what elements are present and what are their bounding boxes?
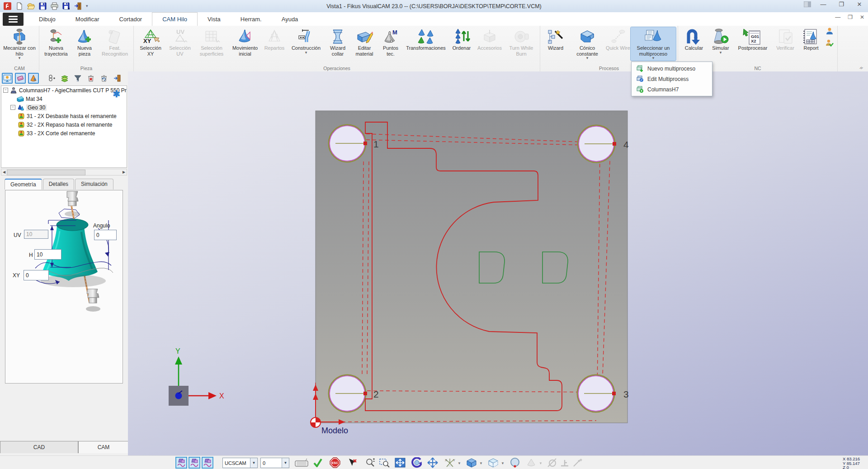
point-snap-button[interactable] [571, 457, 583, 469]
save-all-icon[interactable] [62, 2, 70, 10]
feat-recognition-button[interactable]: Feat. Recognition [98, 27, 132, 57]
tab-simulacion[interactable]: Simulación [75, 179, 113, 189]
tree-row-op3[interactable]: 33 - 2X Corte del remanente [1, 129, 127, 137]
doc-restore-button[interactable]: ❐ [848, 14, 853, 20]
postprocesar-button[interactable]: G01X2 Postprocesar [733, 27, 772, 52]
tree-horizontal-scrollbar[interactable]: ◀ ▶ [1, 169, 127, 175]
collapse-icon[interactable]: − [3, 88, 8, 93]
confirm-button[interactable] [312, 457, 324, 469]
wireframe-view-button[interactable] [487, 457, 499, 469]
combo-dropdown-icon[interactable]: ▼ [282, 458, 289, 468]
tree-row-op1[interactable]: 31 - 2X Desbaste hasta el remanente [1, 112, 127, 120]
tab-cortador[interactable]: Cortador [109, 12, 152, 26]
tree-row-geo[interactable]: − Geo 30 [1, 103, 127, 112]
ucs-dropdown-icon[interactable]: ▼ [458, 461, 461, 465]
construccion-button[interactable]: Construcción▾ [288, 27, 325, 55]
seleccionar-multiproceso-button[interactable]: Seleccionar un multiproceso▾ [631, 27, 676, 61]
close-panel-button[interactable] [112, 73, 123, 84]
snap-mode-2-button[interactable] [189, 457, 200, 469]
cancel-selection-button[interactable] [346, 457, 358, 469]
menu-item-columnash7[interactable]: ColumnasH7 [632, 84, 712, 95]
repartos-button[interactable]: Repartos [261, 27, 288, 52]
cone-dropdown-icon[interactable]: ▼ [539, 461, 542, 465]
sphere-view-button[interactable] [509, 457, 521, 469]
menu-item-nuevo-multiproceso[interactable]: Nuevo multiproceso [632, 63, 712, 74]
pan-button[interactable] [427, 457, 439, 469]
scroll-left-icon[interactable]: ◀ [1, 170, 7, 174]
show-part-button[interactable] [15, 73, 26, 84]
xy-field[interactable]: 0 [24, 270, 49, 280]
transformaciones-button[interactable]: Transformaciones [403, 27, 448, 52]
workpiece-slab[interactable] [316, 111, 627, 423]
angulo-field[interactable]: 0 [94, 230, 117, 240]
zoom-in-out-button[interactable] [364, 457, 376, 469]
uv-field[interactable]: 10 [24, 230, 48, 239]
doc-minimize-button[interactable]: — [835, 14, 840, 20]
layers-button[interactable] [59, 73, 70, 84]
viewport[interactable]: 1 4 2 3 Modelo [128, 71, 868, 455]
scroll-right-icon[interactable]: ▶ [121, 170, 127, 174]
ucs-display-button[interactable]: XY [444, 457, 456, 469]
wireframe-view-dropdown-icon[interactable]: ▼ [501, 461, 505, 465]
movimiento-inicial-button[interactable]: Movimiento inicial [229, 27, 261, 57]
exit-door-icon[interactable] [74, 2, 82, 10]
tab-cam[interactable]: CAM [78, 441, 129, 453]
tree-row-op2[interactable]: 32 - 2X Repaso hasta el remanente [1, 120, 127, 129]
seleccion-superficies-button[interactable]: Selección superficies [194, 27, 229, 57]
seleccion-uv-button[interactable]: UV Selección UV [165, 27, 194, 57]
tab-cad[interactable]: CAD [0, 441, 78, 453]
zoom-fit-button[interactable] [394, 457, 406, 469]
close-button[interactable]: ✕ [854, 1, 865, 8]
maximize-button[interactable]: ❐ [835, 1, 847, 8]
wire-combo[interactable]: 0▼ [260, 458, 289, 468]
print-icon[interactable] [51, 2, 58, 10]
show-geometry-button[interactable] [28, 73, 39, 84]
doc-close-button[interactable]: ✕ [860, 14, 864, 20]
tab-ayuda[interactable]: Ayuda [272, 12, 308, 26]
combo-dropdown-icon[interactable]: ▼ [250, 458, 257, 468]
cone-display-button[interactable] [525, 457, 537, 469]
conico-constante-button[interactable]: Cónico constante▾ [569, 27, 605, 61]
report-button[interactable]: Report [798, 27, 824, 52]
tab-dibujo[interactable]: Dibujo [29, 12, 66, 26]
tab-geometria[interactable]: Geometría [5, 179, 42, 189]
nueva-pieza-button[interactable]: Nueva pieza [71, 27, 98, 57]
tab-modificar[interactable]: Modificar [66, 12, 109, 26]
window-panel-icon[interactable] [804, 1, 811, 7]
mecanizar-con-hilo-button[interactable]: Mecanizar con hilo▾ [2, 27, 37, 61]
puntos-tec-button[interactable]: M Puntos tec. [378, 27, 403, 57]
quick-access-dropdown-icon[interactable]: ▾ [86, 5, 88, 8]
shaded-view-button[interactable] [466, 457, 477, 469]
new-file-icon[interactable] [15, 2, 23, 10]
main-menu-button[interactable] [3, 13, 24, 26]
keyboard-input-button[interactable] [294, 457, 309, 469]
user-check-icon[interactable] [826, 39, 834, 47]
wizard-collar-button[interactable]: Wizard collar [325, 27, 351, 57]
shaded-view-dropdown-icon[interactable]: ▼ [479, 461, 483, 465]
tab-cam-hilo[interactable]: CAM Hilo [152, 12, 198, 26]
delete-button[interactable] [85, 73, 96, 84]
scrollbar-thumb[interactable] [7, 170, 85, 175]
snap-mode-3-button[interactable] [202, 457, 213, 469]
orbit-button[interactable] [410, 457, 422, 469]
wizard-button[interactable]: Wizard [542, 27, 569, 52]
user-icon[interactable] [826, 27, 834, 35]
snap-mode-1-button[interactable] [175, 457, 187, 469]
perpendicular-snap-button[interactable] [559, 457, 571, 469]
calcular-button[interactable]: Calcular [680, 27, 708, 52]
quick-wire-button[interactable]: Quick Wire [605, 27, 631, 52]
link-add-button[interactable] [46, 73, 57, 84]
turn-while-burn-button[interactable]: Turn While Burn [505, 27, 538, 57]
editar-material-button[interactable]: Editar material [351, 27, 378, 57]
escape-button[interactable]: ESC [329, 457, 341, 469]
simular-button[interactable]: Simular▾ [708, 27, 733, 55]
tree-row-mat[interactable]: Mat 34 [1, 95, 127, 103]
open-file-icon[interactable] [27, 2, 35, 10]
zoom-window-button[interactable] [379, 457, 391, 469]
ribbon-collapse-button[interactable]: ᨀ [859, 65, 863, 71]
nueva-trayectoria-button[interactable]: Nueva trayectoria [41, 27, 71, 57]
filter-button[interactable] [72, 73, 83, 84]
tree-row-root[interactable]: − ColumnasH7 - AgieCharmilles CUT P 550 … [1, 86, 127, 95]
h-field[interactable]: 10 [34, 249, 61, 260]
ucs-combo[interactable]: UCSCAM▼ [222, 458, 258, 468]
